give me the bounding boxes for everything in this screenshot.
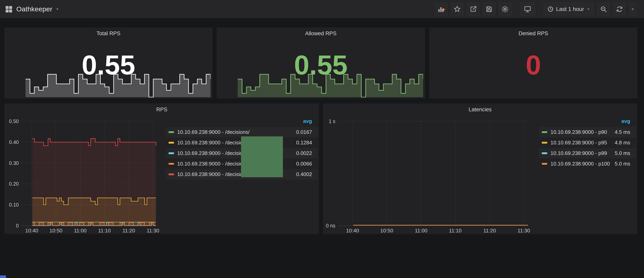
svg-text:0.30: 0.30 xyxy=(9,160,19,166)
svg-text:0.10: 0.10 xyxy=(9,202,19,208)
bottom-left-blue-artifact xyxy=(0,276,6,278)
dashboard-grid-icon xyxy=(5,5,13,13)
svg-text:0.20: 0.20 xyxy=(9,181,19,187)
legend-series-avg-value: 0.0022 xyxy=(296,150,312,156)
panel-title[interactable]: Latencies xyxy=(323,107,637,113)
save-dashboard-button[interactable] xyxy=(482,1,496,17)
svg-text:11:20: 11:20 xyxy=(483,228,496,233)
save-icon xyxy=(485,5,493,13)
svg-text:10:40: 10:40 xyxy=(25,228,38,233)
svg-text:11:00: 11:00 xyxy=(74,228,86,233)
svg-text:11:10: 11:10 xyxy=(449,228,462,233)
refresh-button[interactable] xyxy=(612,1,627,17)
stat-value-allowed-rps: 0.55 xyxy=(217,51,425,79)
panel-total-rps: Total RPS 0.55 xyxy=(4,27,212,98)
svg-text:1 s: 1 s xyxy=(329,118,335,124)
legend-avg-header[interactable]: avg xyxy=(538,115,636,126)
legend-series-swatch xyxy=(168,152,174,154)
dashboard-settings-button[interactable] xyxy=(498,1,512,17)
svg-text:0.50: 0.50 xyxy=(9,118,19,124)
add-panel-button[interactable] xyxy=(434,1,448,17)
legend-series-name: 10.10.69.238:9000 - p90 xyxy=(550,129,607,135)
navbar: Oathkeeper xyxy=(0,0,644,18)
panel-title[interactable]: Total RPS xyxy=(5,30,212,37)
graph-panels-row: RPS 0.500.400.300.200.10010:4010:5011:00… xyxy=(4,104,637,234)
time-range-label: Last 1 hour xyxy=(556,6,584,12)
share-icon xyxy=(469,5,477,13)
navbar-actions: Last 1 hour xyxy=(434,1,637,17)
svg-text:11:20: 11:20 xyxy=(122,228,135,233)
legend-series-swatch xyxy=(168,142,174,144)
svg-text:11:30: 11:30 xyxy=(518,228,530,233)
clock-icon xyxy=(547,6,554,12)
panel-title[interactable]: RPS xyxy=(5,107,319,113)
legend-series-avg-value: 0.4002 xyxy=(296,171,312,177)
latencies-legend: avg10.10.69.238:9000 - p904.5 ms10.10.69… xyxy=(538,115,636,232)
panel-allowed-rps: Allowed RPS 0.55 xyxy=(217,27,425,98)
dashboard-picker[interactable]: Oathkeeper xyxy=(5,5,60,13)
legend-series-name: 10.10.69.238:9000 - /decisions/ xyxy=(177,150,250,156)
legend-row[interactable]: 10.10.69.238:9000 - p954.8 ms xyxy=(538,137,636,148)
legend-series-name: 10.10.69.238:9000 - /decisions/ xyxy=(177,129,250,135)
cycle-view-mode-button[interactable] xyxy=(519,1,536,17)
stat-value-denied-rps: 0 xyxy=(430,51,637,79)
legend-series-name: 10.10.69.238:9000 - /decisions/ xyxy=(177,171,250,177)
svg-text:0.40: 0.40 xyxy=(9,139,19,145)
green-overlay-box xyxy=(241,136,283,177)
refresh-icon xyxy=(616,5,623,13)
svg-text:11:10: 11:10 xyxy=(98,228,111,233)
legend-series-avg-value: 4.8 ms xyxy=(615,140,630,146)
legend-series-name: 10.10.69.238:9000 - p99 xyxy=(550,150,607,156)
gear-icon xyxy=(501,5,509,13)
legend-row[interactable]: 10.10.69.238:9000 - /decisions/0.0167 xyxy=(165,127,318,137)
chevron-down-icon xyxy=(630,7,635,11)
legend-series-avg-value: 0.1284 xyxy=(296,140,312,146)
legend-series-avg-value: 4.5 ms xyxy=(615,129,630,135)
legend-series-swatch xyxy=(168,131,174,133)
legend-series-name: 10.10.69.238:9000 - /decisions/ xyxy=(177,161,250,167)
star-icon xyxy=(454,5,461,13)
svg-text:10:40: 10:40 xyxy=(346,228,359,233)
legend-row[interactable]: 10.10.69.238:9000 - p904.5 ms xyxy=(538,127,636,137)
legend-series-name: 10.10.69.238:9000 - p95 xyxy=(550,140,607,146)
svg-text:10:50: 10:50 xyxy=(380,228,393,233)
rps-chart-plot[interactable]: 0.500.400.300.200.10010:4010:5011:0011:1… xyxy=(6,115,165,232)
panel-rps-graph: RPS 0.500.400.300.200.10010:4010:5011:00… xyxy=(4,104,319,234)
zoom-out-icon xyxy=(600,5,607,13)
legend-series-name: 10.10.69.238:9000 - /decisions/ xyxy=(177,140,250,146)
legend-series-swatch xyxy=(542,142,547,144)
latencies-panel-body: 1 s0 ns10:4010:5011:0011:1011:2011:30 av… xyxy=(325,115,636,232)
legend-row[interactable]: 10.10.69.238:9000 - p995.0 ms xyxy=(538,148,636,159)
panel-title[interactable]: Allowed RPS xyxy=(217,30,425,37)
panel-title[interactable]: Denied RPS xyxy=(430,30,637,37)
legend-series-avg-value: 5.0 ms xyxy=(615,161,630,167)
legend-avg-header[interactable]: avg xyxy=(165,115,318,126)
monitor-icon xyxy=(524,5,531,13)
star-dashboard-button[interactable] xyxy=(450,1,464,17)
stat-value-total-rps: 0.55 xyxy=(5,51,212,79)
legend-series-avg-value: 5.0 ms xyxy=(615,150,630,156)
legend-series-swatch xyxy=(542,131,547,133)
legend-series-swatch xyxy=(542,152,547,154)
svg-text:11:30: 11:30 xyxy=(147,228,159,233)
stat-panels-row: Total RPS 0.55 Allowed RPS 0.55 Denied R… xyxy=(4,27,638,98)
refresh-interval-dropdown[interactable] xyxy=(628,1,637,17)
svg-text:0 ns: 0 ns xyxy=(326,223,335,228)
legend-series-name: 10.10.69.238:9000 - p100 xyxy=(550,161,610,167)
chevron-down-icon xyxy=(55,7,60,11)
legend-series-avg-value: 0.0066 xyxy=(296,161,312,167)
grafana-dashboard: Oathkeeper xyxy=(0,0,644,278)
latencies-chart-plot[interactable]: 1 s0 ns10:4010:5011:0011:1011:2011:30 xyxy=(325,115,538,232)
legend-row[interactable]: 10.10.69.238:9000 - p1005.0 ms xyxy=(538,159,636,169)
svg-text:0: 0 xyxy=(16,223,19,228)
chevron-down-icon xyxy=(586,7,590,11)
legend-series-swatch xyxy=(168,173,174,175)
svg-text:10:50: 10:50 xyxy=(50,228,62,233)
zoom-out-time-button[interactable] xyxy=(596,1,611,17)
share-dashboard-button[interactable] xyxy=(466,1,480,17)
svg-text:11:00: 11:00 xyxy=(415,228,427,233)
panel-denied-rps: Denied RPS 0 xyxy=(429,27,638,98)
time-range-picker[interactable]: Last 1 hour xyxy=(543,1,595,17)
add-panel-icon xyxy=(438,5,445,13)
legend-series-swatch xyxy=(168,163,174,165)
